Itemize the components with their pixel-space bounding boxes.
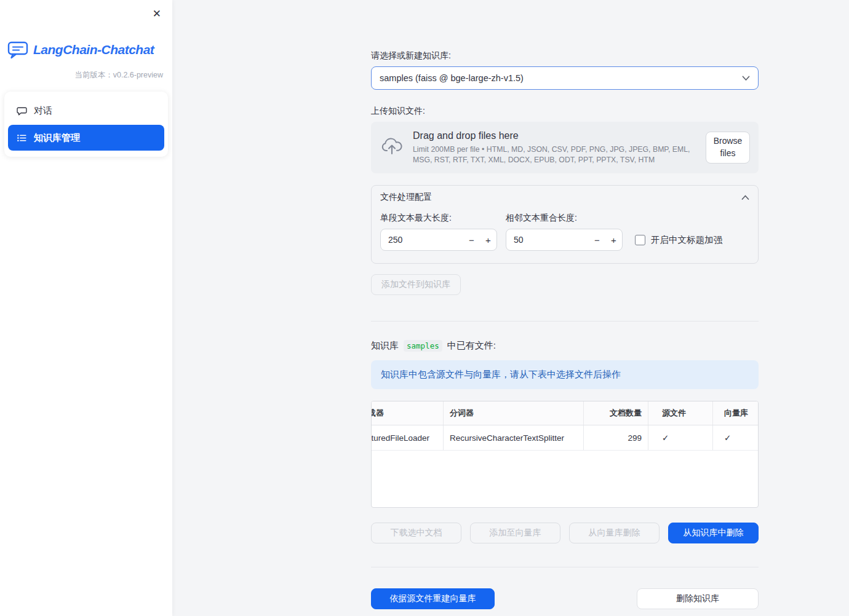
file-config-expander: 文件处理配置 单段文本最大长度: 250 − + (371, 185, 759, 264)
cell-source-file-check: ✓ (648, 425, 712, 450)
column-header-splitter[interactable]: 分词器 (443, 401, 583, 425)
knowledge-base-select[interactable]: samples (faiss @ bge-large-zh-v1.5) (371, 66, 759, 90)
files-table: 文档加载器 分词器 文档数量 源文件 向量库 UnstructuredFileL… (371, 401, 759, 508)
existing-files-prefix: 知识库 (371, 340, 399, 352)
logo-chat-bubble-icon (7, 41, 28, 59)
browse-files-button[interactable]: Browse files (706, 132, 750, 164)
cell-doc-count: 299 (583, 425, 648, 450)
max-length-label: 单段文本最大长度: (380, 213, 497, 224)
rebuild-vector-store-button[interactable]: 依据源文件重建向量库 (371, 588, 495, 609)
chevron-up-icon (741, 192, 749, 202)
column-header-vector-store[interactable]: 向量库 (712, 401, 759, 425)
app-logo: LangChain-Chatchat (7, 41, 172, 59)
main-area: 请选择或新建知识库: samples (faiss @ bge-large-zh… (172, 0, 849, 616)
delete-from-vector-store-button[interactable]: 从向量库删除 (569, 523, 660, 543)
sidebar-item-knowledge-base[interactable]: 知识库管理 (8, 125, 164, 151)
overlap-length-label: 相邻文本重合长度: (506, 213, 623, 224)
overlap-increment-button[interactable]: + (605, 235, 622, 245)
max-length-input: 250 − + (380, 229, 497, 251)
kb-select-label: 请选择或新建知识库: (371, 50, 759, 61)
chevron-down-icon (742, 73, 750, 83)
app-logo-text: LangChain-Chatchat (33, 42, 154, 57)
column-header-source-file[interactable]: 源文件 (648, 401, 712, 425)
overlap-decrement-button[interactable]: − (589, 235, 605, 245)
sidebar-menu: 对话 知识库管理 (4, 92, 168, 157)
list-icon (17, 133, 27, 143)
cell-vector-store-check: ✓ (712, 425, 759, 450)
max-length-value[interactable]: 250 (381, 235, 463, 245)
cell-splitter: RecursiveCharacterTextSplitter (443, 425, 583, 450)
max-length-decrement-button[interactable]: − (463, 235, 480, 245)
drag-drop-text: Drag and drop files here (413, 130, 707, 141)
sidebar-item-label: 知识库管理 (34, 132, 80, 144)
delete-knowledge-base-button[interactable]: 删除知识库 (637, 588, 759, 609)
file-config-expander-header[interactable]: 文件处理配置 (372, 186, 758, 209)
kb-name-code: samples (404, 340, 442, 352)
add-files-to-kb-button[interactable]: 添加文件到知识库 (371, 274, 461, 295)
table-header-row: 文档加载器 分词器 文档数量 源文件 向量库 (372, 401, 758, 425)
column-header-loader[interactable]: 文档加载器 (372, 401, 443, 425)
overlap-length-value[interactable]: 50 (506, 235, 589, 245)
sidebar-item-dialogue[interactable]: 对话 (8, 98, 164, 124)
add-to-vector-store-button[interactable]: 添加至向量库 (470, 523, 560, 543)
uploader-texts: Drag and drop files here Limit 200MB per… (413, 130, 707, 164)
file-uploader-dropzone[interactable]: Drag and drop files here Limit 200MB per… (371, 122, 759, 173)
knowledge-base-select-value: samples (faiss @ bge-large-zh-v1.5) (380, 73, 524, 83)
divider (371, 321, 759, 322)
table-row[interactable]: UnstructuredFileLoader RecursiveCharacte… (372, 425, 758, 451)
max-length-increment-button[interactable]: + (480, 235, 496, 245)
divider (371, 567, 759, 567)
column-header-doc-count[interactable]: 文档数量 (583, 401, 648, 425)
upload-label: 上传知识文件: (371, 106, 759, 117)
delete-from-kb-button[interactable]: 从知识库中删除 (668, 523, 759, 543)
existing-files-suffix: 中已有文件: (447, 340, 496, 352)
overlap-length-input: 50 − + (506, 229, 623, 251)
sidebar-item-label: 对话 (34, 105, 52, 117)
expander-title: 文件处理配置 (380, 192, 432, 203)
info-alert: 知识库中包含源文件与向量库，请从下表中选择文件后操作 (371, 360, 759, 389)
chat-icon (17, 106, 27, 116)
existing-files-text: 知识库 samples 中已有文件: (371, 340, 759, 352)
close-icon[interactable]: ✕ (149, 4, 165, 24)
checkbox-label: 开启中文标题加强 (651, 234, 722, 246)
upload-limit-text: Limit 200MB per file • HTML, MD, JSON, C… (413, 144, 707, 164)
checkbox-box[interactable] (635, 235, 645, 245)
version-text: 当前版本：v0.2.6-preview (0, 70, 163, 81)
download-selected-button[interactable]: 下载选中文档 (371, 523, 461, 543)
cell-loader: UnstructuredFileLoader (372, 425, 443, 450)
cloud-upload-icon (381, 138, 403, 157)
info-alert-text: 知识库中包含源文件与向量库，请从下表中选择文件后操作 (381, 369, 621, 379)
chinese-title-enhance-checkbox[interactable]: 开启中文标题加强 (635, 229, 722, 251)
sidebar: ✕ LangChain-Chatchat 当前版本：v0.2.6-preview… (0, 0, 172, 616)
